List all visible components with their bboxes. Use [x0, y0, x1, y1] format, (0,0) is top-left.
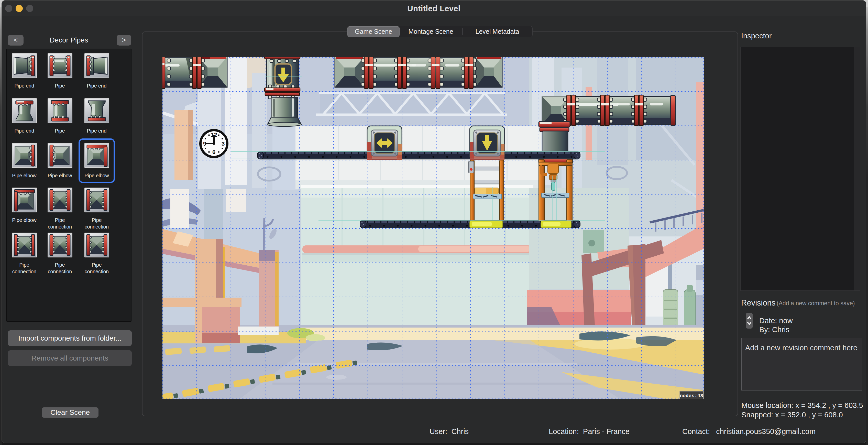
- svg-text:3: 3: [221, 141, 225, 147]
- svg-text:nodes:48: nodes:48: [680, 393, 703, 399]
- svg-text:6: 6: [212, 149, 215, 156]
